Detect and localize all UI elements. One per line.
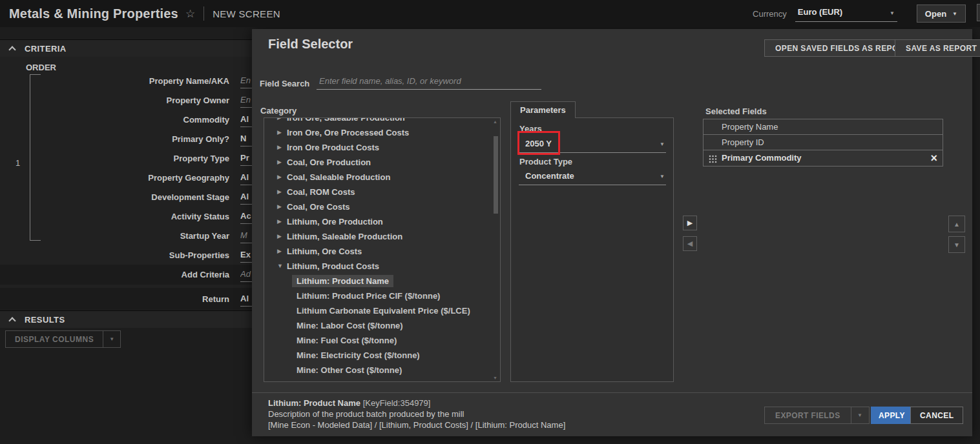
order-label: ORDER [26,63,56,72]
export-fields-button[interactable]: EXPORT FIELDS ▼ [764,407,870,424]
selected-field-row[interactable]: Property ID [704,135,943,150]
footer-divider [252,392,972,393]
caret-down-icon[interactable] [277,263,283,269]
top-bar: Metals & Mining Properties ☆ NEW SCREEN … [0,0,980,27]
criteria-row-label: Property Type [174,154,229,163]
results-section-header[interactable]: RESULTS [0,310,252,328]
criteria-row: Development Stage Al [0,192,252,207]
category-group[interactable]: Coal, Saleable Production [264,170,500,185]
category-group[interactable]: Coal, Ore Production [264,156,500,170]
chevron-down-icon[interactable]: ▼ [103,331,120,347]
category-group[interactable]: Iron Ore, Saleable Production [264,117,500,126]
category-field[interactable]: Mine: Electricity Cost ($/tonne) [264,348,500,363]
scroll-up-icon[interactable]: ▲ [493,119,497,124]
criteria-row: Commodity Al [0,115,252,129]
criteria-row: Sub-Properties Ex [0,250,252,265]
caret-right-icon[interactable] [277,174,282,180]
selected-field-row-active[interactable]: Primary Commodity × [704,150,943,166]
criteria-row-input[interactable]: N [240,134,252,146]
selected-field-row[interactable]: Property Name [704,119,943,135]
category-group[interactable]: Iron Ore Product Costs [264,141,500,156]
criteria-row-input[interactable]: En [240,95,252,108]
favorite-star-icon[interactable]: ☆ [185,7,195,21]
criteria-row: Return Al [0,294,252,308]
criteria-row: Property Owner En [0,96,252,110]
currency-label: Currency [753,9,787,19]
category-field[interactable]: Mine: Fuel Cost ($/tonne) [264,334,500,348]
criteria-header-label: CRITERIA [25,44,67,54]
scroll-down-icon[interactable]: ▼ [493,376,497,380]
category-group[interactable]: Lithium, Saleable Production [264,230,500,245]
criteria-row-input[interactable]: Ad [240,269,252,282]
criteria-row-label: Property Owner [166,96,229,105]
criteria-row-input[interactable]: Pr [240,153,252,166]
category-field[interactable]: Mine: Labor Cost ($/tonne) [264,319,500,334]
criteria-row-input[interactable]: Al [240,114,252,127]
caret-right-icon[interactable] [277,233,282,239]
category-group[interactable]: Lithium, Ore Production [264,215,500,230]
cancel-button[interactable]: CANCEL [910,407,963,424]
product-type-dropdown[interactable]: Concentrate ▼ [519,167,666,185]
criteria-row-input[interactable]: Ex [240,250,252,263]
currency-select[interactable]: Euro (EUR) ▼ [795,5,897,22]
criteria-row-input[interactable]: Al [240,172,252,185]
criteria-row-input[interactable]: Al [240,294,252,307]
move-up-button[interactable]: ▲ [948,216,965,232]
caret-right-icon[interactable] [277,248,282,254]
display-columns-button[interactable]: DISPLAY COLUMNS ▼ [5,330,121,348]
criteria-row: Primary Only? N [0,134,252,148]
save-as-report-button[interactable]: SAVE AS REPORT [895,39,980,57]
tab-parameters[interactable]: Parameters [510,101,576,118]
results-header-label: RESULTS [25,315,65,325]
caret-right-icon[interactable] [277,117,282,121]
category-field[interactable]: Lithium: Product Price CIF ($/tonne) [264,289,500,304]
chevron-up-icon [8,317,16,324]
apply-button[interactable]: APPLY [871,407,913,424]
chevron-down-icon[interactable]: ▼ [851,407,869,423]
criteria-section-header[interactable]: CRITERIA [0,39,252,57]
years-value: 2050 Y [525,139,552,148]
move-right-button[interactable]: ▶ [683,216,697,230]
move-down-button[interactable]: ▼ [948,236,965,253]
criteria-sidebar: CRITERIA ORDER 1 Property Name/AKA En Pr… [0,27,252,444]
criteria-row-input[interactable]: En [240,76,252,88]
category-field-selected[interactable]: Lithium: Product Name [264,274,500,289]
selected-fields-label: Selected Fields [705,106,767,116]
criteria-row: Add Criteria Ad [0,270,252,284]
criteria-row: Activity Status Ac [0,212,252,226]
category-group[interactable]: Coal, ROM Costs [264,185,500,200]
caret-right-icon[interactable] [277,144,282,150]
criteria-row-input[interactable]: M [240,230,252,243]
category-tree: Iron Ore, Saleable Production Iron Ore, … [264,117,501,382]
partial-button-edge [977,4,980,21]
criteria-row-input[interactable]: Al [240,192,252,205]
category-field[interactable]: Lithium Carbonate Equivalent Price ($/LC… [264,304,500,319]
field-search-input[interactable] [317,73,541,90]
open-button[interactable]: Open ▼ [917,5,966,23]
field-info-name: Lithium: Product Name [268,398,360,408]
category-field[interactable]: Mine: Other Cost ($/tonne) [264,363,500,378]
chevron-down-icon: ▼ [890,10,895,16]
scrollbar-thumb[interactable] [494,136,498,214]
category-group[interactable]: Coal, Ore Costs [264,200,500,215]
remove-field-icon[interactable]: × [930,151,937,165]
move-left-button[interactable]: ◀ [683,236,697,251]
category-label: Category [260,106,297,116]
dialog-title: Field Selector [268,37,353,52]
criteria-row: Property Name/AKA En [0,76,252,90]
drag-handle-icon[interactable] [709,154,717,166]
category-group[interactable]: Lithium, Ore Costs [264,245,500,259]
caret-right-icon[interactable] [277,218,282,225]
criteria-row-label: Primary Only? [172,134,229,144]
currency-value: Euro (EUR) [798,7,842,17]
category-group[interactable]: Iron Ore, Ore Processed Costs [264,126,500,141]
years-dropdown[interactable]: 2050 Y ▼ [519,135,666,153]
caret-right-icon[interactable] [277,159,282,165]
caret-right-icon[interactable] [277,188,282,195]
category-scrollbar[interactable]: ▲ ▼ [492,118,500,381]
caret-right-icon[interactable] [277,203,282,210]
criteria-row-input[interactable]: Ac [240,211,252,224]
category-group-expanded[interactable]: Lithium, Product Costs [264,259,500,274]
open-button-label: Open [925,9,946,19]
caret-right-icon[interactable] [277,129,282,136]
